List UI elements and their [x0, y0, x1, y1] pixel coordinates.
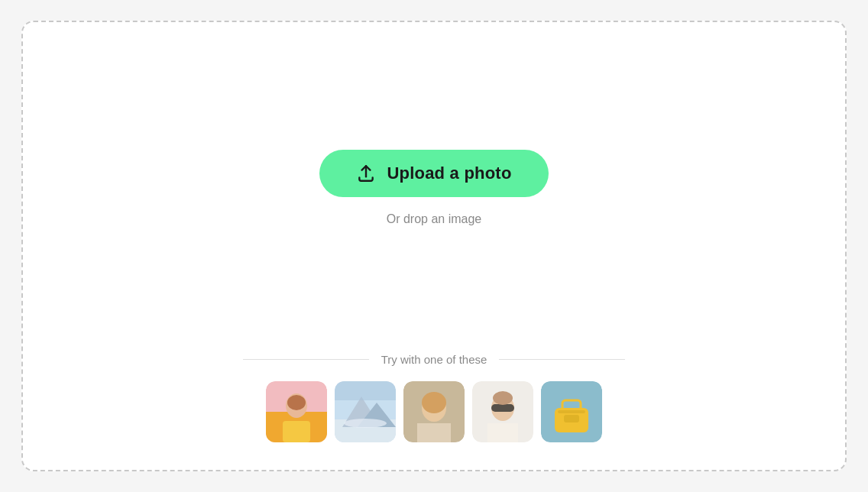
drop-hint-text: Or drop an image — [387, 212, 482, 226]
upload-area: Upload a photo Or drop an image — [23, 22, 845, 353]
sample-image-4[interactable] — [472, 381, 533, 442]
suggestions-line-right — [499, 359, 625, 360]
sample-image-3[interactable] — [403, 381, 465, 442]
svg-rect-10 — [335, 381, 396, 400]
sample-image-1[interactable] — [266, 381, 327, 442]
svg-rect-17 — [491, 404, 514, 412]
svg-rect-24 — [558, 410, 585, 413]
suggestions-label-row: Try with one of these — [243, 353, 625, 366]
svg-rect-4 — [283, 421, 310, 442]
svg-point-3 — [287, 395, 306, 410]
sample-image-5[interactable] — [541, 381, 602, 442]
svg-point-13 — [422, 392, 446, 413]
suggestions-label: Try with one of these — [381, 353, 487, 366]
suggestions-area: Try with one of these — [23, 353, 845, 470]
drop-zone[interactable]: Upload a photo Or drop an image Try with… — [21, 21, 847, 471]
suggestions-line-left — [243, 359, 369, 360]
upload-button[interactable]: Upload a photo — [319, 150, 548, 197]
svg-rect-19 — [487, 423, 518, 442]
sample-images-row — [266, 381, 602, 442]
svg-point-9 — [344, 419, 387, 428]
svg-point-18 — [493, 391, 513, 405]
svg-rect-14 — [417, 423, 451, 442]
upload-button-label: Upload a photo — [387, 163, 511, 183]
svg-rect-23 — [564, 415, 579, 422]
upload-icon — [356, 163, 376, 183]
sample-image-2[interactable] — [335, 381, 396, 442]
